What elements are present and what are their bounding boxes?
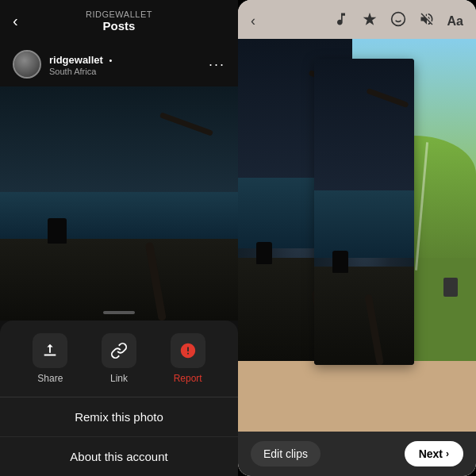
profile-info: ridgewallet • South Africa — [49, 52, 112, 76]
emoji-icon[interactable] — [390, 11, 406, 31]
profile-name-row: ridgewallet • — [49, 52, 112, 67]
photo-background — [0, 86, 238, 321]
left-panel: ‹ RIDGEWALLET Posts ridgewallet • South … — [0, 0, 238, 476]
profile-username: ridgewallet — [49, 54, 103, 66]
action-sheet: Share Link Report Remix thi — [0, 321, 238, 476]
header-subtitle: RIDGEWALLET — [86, 10, 152, 19]
collage-overlap-photo — [314, 59, 414, 365]
left-header: ‹ RIDGEWALLET Posts — [0, 0, 238, 42]
more-options-button[interactable]: ··· — [209, 56, 225, 73]
right-panel: ‹ Aa — [238, 0, 476, 476]
action-buttons-row: Share Link Report — [0, 333, 238, 397]
scroll-indicator — [103, 311, 135, 314]
next-chevron-icon: › — [446, 448, 449, 459]
right-figure — [443, 278, 458, 297]
scene — [0, 86, 238, 321]
report-label: Report — [174, 373, 202, 384]
profile-location: South Africa — [49, 67, 112, 76]
share-button[interactable]: Share — [22, 333, 78, 384]
sky-layer — [0, 86, 238, 192]
remix-photo-item[interactable]: Remix this photo — [0, 397, 238, 437]
ground-layer — [0, 239, 238, 321]
mute-icon[interactable] — [419, 11, 435, 31]
about-account-label: About this account — [16, 450, 222, 463]
back-button[interactable]: ‹ — [13, 12, 18, 30]
header-main-title: Posts — [86, 19, 152, 33]
figure-silhouette — [48, 218, 67, 244]
svg-point-0 — [391, 13, 405, 26]
avatar[interactable] — [13, 50, 41, 79]
share-label: Share — [37, 373, 63, 384]
next-button[interactable]: Next › — [405, 441, 463, 466]
about-account-item[interactable]: About this account — [0, 437, 238, 476]
report-icon — [171, 333, 205, 368]
text-icon[interactable]: Aa — [447, 14, 463, 29]
profile-left: ridgewallet • South Africa — [13, 50, 112, 79]
bottom-tan-area — [238, 361, 476, 432]
link-icon — [102, 333, 136, 368]
right-content — [238, 39, 476, 432]
edit-clips-button[interactable]: Edit clips — [251, 441, 321, 466]
link-button[interactable]: Link — [91, 333, 147, 384]
share-icon — [33, 333, 67, 368]
music-icon[interactable] — [333, 11, 349, 31]
right-footer: Edit clips Next › — [238, 432, 476, 476]
right-toolbar: Aa — [333, 11, 463, 31]
profile-row: ridgewallet • South Africa ··· — [0, 42, 238, 86]
report-button[interactable]: Report — [160, 333, 216, 384]
link-label: Link — [110, 373, 128, 384]
collage-overlap-bg — [314, 59, 414, 365]
next-label: Next — [419, 447, 443, 460]
remix-photo-label: Remix this photo — [16, 410, 222, 424]
header-title: RIDGEWALLET Posts — [86, 10, 152, 33]
right-back-button[interactable]: ‹ — [251, 13, 255, 29]
photo-area — [0, 86, 238, 321]
water-layer — [0, 192, 238, 239]
sparkle-icon[interactable] — [362, 11, 378, 31]
verified-badge: • — [109, 56, 112, 65]
collage-container — [238, 39, 476, 432]
right-header: ‹ Aa — [238, 0, 476, 39]
